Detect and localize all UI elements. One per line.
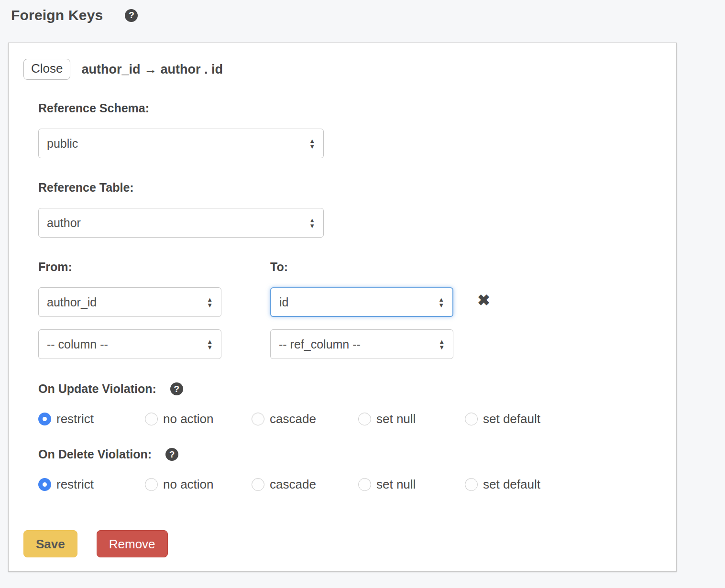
radio-unselected-icon[interactable] xyxy=(358,478,371,491)
radio-unselected-icon[interactable] xyxy=(465,478,478,491)
foreign-keys-help-icon[interactable]: ? xyxy=(125,9,138,22)
from-column-select[interactable]: author_id ▲▼ xyxy=(38,287,221,317)
select-arrows-icon: ▲▼ xyxy=(309,217,315,229)
radio-label: no action xyxy=(163,477,214,492)
radio-unselected-icon[interactable] xyxy=(465,413,478,425)
radio-selected-icon[interactable] xyxy=(38,478,51,491)
on-delete-violation-label: On Delete Violation: xyxy=(38,448,152,460)
to-add-ref-column-select[interactable]: -- ref_column -- ▲▼ xyxy=(270,329,453,359)
from-label: From: xyxy=(38,261,221,273)
on-delete-option-cascade[interactable]: cascade xyxy=(252,477,358,492)
on-delete-option-restrict[interactable]: restrict xyxy=(38,477,145,492)
foreign-key-editor-panel: Close author_id → author . id Reference … xyxy=(8,43,677,572)
on-update-help-icon[interactable]: ? xyxy=(170,382,183,395)
reference-schema-value: public xyxy=(47,137,78,151)
on-delete-option-no-action[interactable]: no action xyxy=(145,477,252,492)
select-arrows-icon: ▲▼ xyxy=(207,296,213,308)
on-update-option-cascade[interactable]: cascade xyxy=(252,412,358,426)
radio-label: set default xyxy=(483,477,540,492)
radio-unselected-icon[interactable] xyxy=(252,413,264,425)
on-delete-option-set-default[interactable]: set default xyxy=(465,477,571,492)
radio-label: restrict xyxy=(56,477,94,492)
radio-label: no action xyxy=(163,412,214,426)
radio-label: set null xyxy=(376,412,416,426)
page-title: Foreign Keys xyxy=(11,7,103,23)
select-arrows-icon: ▲▼ xyxy=(207,338,213,350)
radio-selected-icon[interactable] xyxy=(38,413,51,425)
to-label: To: xyxy=(270,261,453,273)
radio-label: restrict xyxy=(56,412,94,426)
radio-label: set null xyxy=(376,477,416,492)
to-ref-column-value: id xyxy=(279,295,288,309)
save-button[interactable]: Save xyxy=(23,530,77,557)
reference-table-label: Reference Table: xyxy=(38,182,661,194)
radio-unselected-icon[interactable] xyxy=(252,478,264,491)
foreign-key-form: Reference Schema: public ▲▼ Reference Ta… xyxy=(38,102,661,490)
radio-label: set default xyxy=(483,412,540,426)
foreign-key-heading: author_id → author . id xyxy=(81,62,223,77)
select-arrows-icon: ▲▼ xyxy=(309,138,315,149)
panel-header-row: Close author_id → author . id xyxy=(23,59,661,80)
to-ref-column-select[interactable]: id ▲▼ xyxy=(270,287,453,317)
close-button[interactable]: Close xyxy=(23,59,70,79)
remove-mapping-icon[interactable]: ✖ xyxy=(477,261,490,359)
on-delete-help-icon[interactable]: ? xyxy=(165,448,178,461)
on-update-option-set-default[interactable]: set default xyxy=(465,412,571,426)
reference-table-select[interactable]: author ▲▼ xyxy=(38,208,324,238)
select-arrows-icon: ▲▼ xyxy=(438,296,444,308)
on-update-option-restrict[interactable]: restrict xyxy=(38,412,145,426)
radio-unselected-icon[interactable] xyxy=(145,413,158,425)
from-add-column-select[interactable]: -- column -- ▲▼ xyxy=(38,329,221,359)
reference-schema-select[interactable]: public ▲▼ xyxy=(38,129,324,158)
radio-unselected-icon[interactable] xyxy=(145,478,158,491)
to-add-ref-column-value: -- ref_column -- xyxy=(279,338,361,351)
radio-unselected-icon[interactable] xyxy=(358,413,371,425)
from-add-column-value: -- column -- xyxy=(47,338,108,351)
from-column-group: From: author_id ▲▼ -- column -- ▲▼ xyxy=(38,261,221,359)
on-update-violation-header: On Update Violation: ? xyxy=(38,382,661,395)
on-delete-radio-group: restrict no action cascade set null set … xyxy=(38,477,661,490)
on-delete-option-set-null[interactable]: set null xyxy=(358,477,465,492)
action-buttons-row: Save Remove xyxy=(23,530,661,557)
reference-table-value: author xyxy=(47,216,81,230)
from-to-mapping-row: From: author_id ▲▼ -- column -- ▲▼ To: xyxy=(38,261,661,359)
on-update-violation-label: On Update Violation: xyxy=(38,383,156,395)
from-column-value: author_id xyxy=(47,295,97,309)
select-arrows-icon: ▲▼ xyxy=(439,338,445,350)
page-header: Foreign Keys ? xyxy=(0,0,725,23)
on-delete-violation-header: On Delete Violation: ? xyxy=(38,448,661,461)
radio-label: cascade xyxy=(270,412,316,426)
radio-label: cascade xyxy=(270,477,316,492)
remove-button[interactable]: Remove xyxy=(97,530,168,557)
on-update-option-no-action[interactable]: no action xyxy=(145,412,252,426)
on-update-option-set-null[interactable]: set null xyxy=(358,412,465,426)
on-update-radio-group: restrict no action cascade set null set … xyxy=(38,412,661,425)
to-column-group: To: id ▲▼ -- ref_column -- ▲▼ xyxy=(270,261,453,359)
reference-schema-label: Reference Schema: xyxy=(38,102,661,114)
